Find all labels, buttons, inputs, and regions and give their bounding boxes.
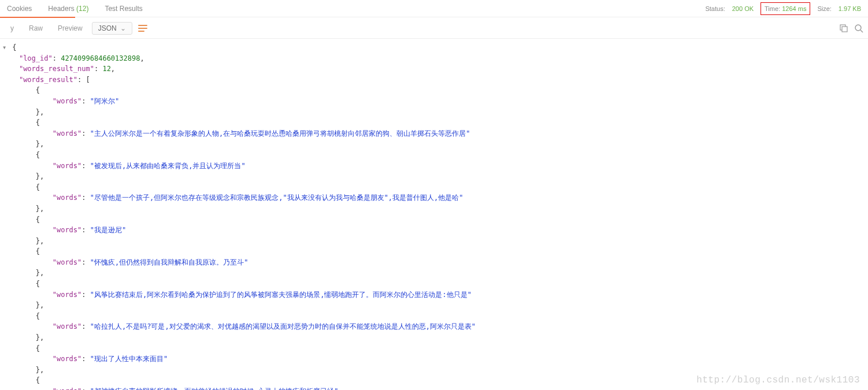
response-body-json[interactable]: ▾ { "log_id": 4274099684660132898, "word… bbox=[0, 39, 868, 390]
tool-pretty-cut[interactable]: y bbox=[5, 22, 20, 35]
copy-icon[interactable] bbox=[839, 24, 848, 33]
search-icon[interactable] bbox=[854, 24, 863, 33]
time-value: 1264 ms bbox=[782, 5, 806, 12]
tabs-left: Cookies Headers (12) Test Results bbox=[7, 5, 143, 13]
svg-rect-1 bbox=[842, 27, 847, 32]
body-type-label: JSON bbox=[98, 24, 117, 32]
svg-point-2 bbox=[855, 25, 861, 31]
tab-test-results[interactable]: Test Results bbox=[105, 5, 142, 13]
tool-preview[interactable]: Preview bbox=[52, 22, 88, 35]
wrap-lines-icon[interactable] bbox=[136, 21, 151, 35]
status-bar: Status: 200 OK Time: 1264 ms Size: 1.97 … bbox=[705, 2, 861, 15]
chevron-down-icon: ⌄ bbox=[120, 24, 126, 32]
tab-headers[interactable]: Headers (12) bbox=[48, 5, 88, 13]
tab-headers-count: (12) bbox=[76, 5, 88, 13]
watermark: http://blog.csdn.net/wsk1103 bbox=[696, 375, 860, 385]
toolbar-right bbox=[839, 24, 863, 33]
wrap-svg bbox=[138, 24, 149, 33]
response-toolbar: y Raw Preview JSON ⌄ bbox=[0, 18, 868, 39]
size-label: Size: bbox=[817, 5, 831, 12]
tab-cookies[interactable]: Cookies bbox=[7, 5, 32, 13]
status-label: Status: bbox=[705, 5, 725, 12]
status-value: 200 OK bbox=[732, 5, 754, 12]
response-tabs-row: Cookies Headers (12) Test Results Status… bbox=[0, 0, 868, 17]
tab-headers-label: Headers bbox=[48, 5, 74, 13]
tool-raw[interactable]: Raw bbox=[23, 22, 49, 35]
time-box: Time: 1264 ms bbox=[761, 2, 810, 15]
body-type-dropdown[interactable]: JSON ⌄ bbox=[92, 22, 132, 35]
svg-line-3 bbox=[860, 30, 863, 32]
size-value: 1.97 KB bbox=[839, 5, 861, 12]
toolbar-left: y Raw Preview JSON ⌄ bbox=[5, 21, 151, 35]
time-label: Time: bbox=[765, 5, 780, 12]
